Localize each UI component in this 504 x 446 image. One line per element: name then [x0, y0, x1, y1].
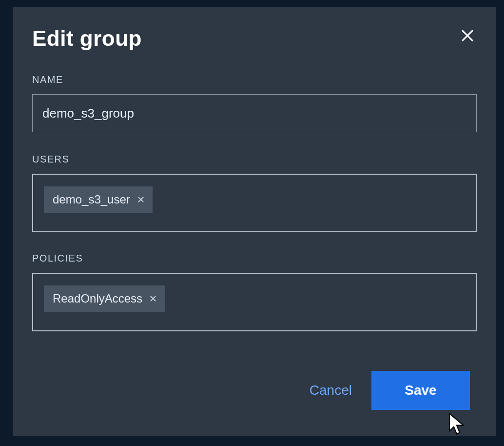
backdrop: Edit group NAME USERS demo_s3_user	[0, 0, 504, 446]
close-button[interactable]	[458, 26, 477, 45]
user-chip-label: demo_s3_user	[53, 193, 130, 206]
policies-label: POLICIES	[32, 253, 477, 264]
policies-chip-box[interactable]: ReadOnlyAccess	[32, 273, 477, 331]
modal-title: Edit group	[32, 26, 142, 51]
users-label: USERS	[32, 154, 477, 165]
users-chip-box[interactable]: demo_s3_user	[32, 174, 477, 232]
mouse-cursor-icon	[447, 413, 466, 438]
remove-user-chip-button[interactable]	[137, 196, 145, 203]
remove-icon	[137, 196, 145, 203]
cancel-button[interactable]: Cancel	[310, 383, 352, 398]
remove-policy-chip-button[interactable]	[149, 295, 157, 303]
name-input[interactable]	[42, 106, 466, 121]
name-input-wrap[interactable]	[32, 94, 477, 132]
edit-group-modal: Edit group NAME USERS demo_s3_user	[13, 7, 496, 436]
modal-footer: Cancel Save	[310, 371, 470, 410]
name-label: NAME	[32, 74, 477, 85]
close-icon	[459, 27, 476, 44]
remove-icon	[149, 295, 157, 303]
policy-chip[interactable]: ReadOnlyAccess	[44, 285, 165, 312]
save-button[interactable]: Save	[371, 371, 470, 410]
user-chip[interactable]: demo_s3_user	[44, 186, 153, 213]
modal-header: Edit group	[32, 26, 477, 51]
policy-chip-label: ReadOnlyAccess	[53, 292, 142, 305]
